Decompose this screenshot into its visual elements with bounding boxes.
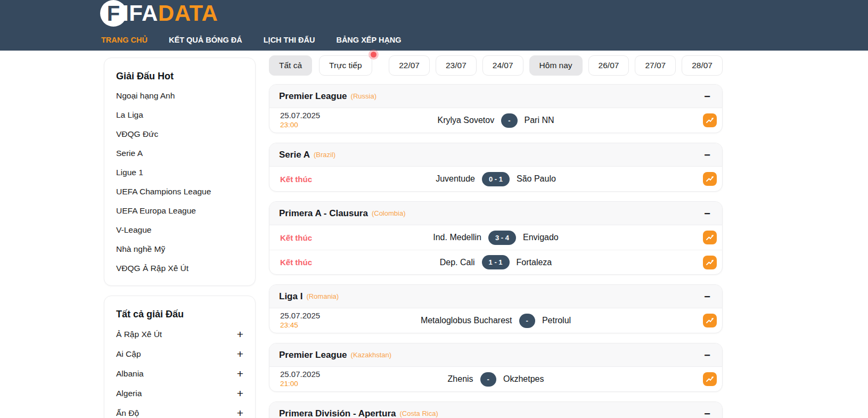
score-pill: 0 - 1: [482, 172, 510, 186]
match-teams: Metaloglobus Bucharest - Petrolul: [421, 314, 571, 328]
match-row[interactable]: 25.07.2025 23:00 Krylya Sovetov - Pari N…: [269, 108, 722, 133]
collapse-button[interactable]: −: [702, 90, 713, 103]
nav-item-schedule[interactable]: LỊCH THI ĐẤU: [264, 36, 315, 44]
date-button-24-07[interactable]: 24/07: [482, 55, 523, 76]
league-group-header: Primera A - Clausura (Colombia) −: [269, 202, 722, 225]
league-name: Primera A - Clausura: [279, 208, 368, 219]
match-date: 25.07.2025: [280, 311, 320, 321]
sidebar-country-india[interactable]: Ấn Độ +: [116, 403, 243, 418]
match-stats-button[interactable]: [703, 231, 717, 244]
sidebar-item-serie-a[interactable]: Serie A: [116, 144, 243, 163]
expand-icon[interactable]: +: [237, 348, 243, 359]
match-row[interactable]: Kết thúc Ind. Medellin 3 - 4 Envigado: [269, 225, 722, 250]
score-pill: -: [519, 314, 535, 328]
score-pill: 3 - 4: [488, 231, 516, 245]
sidebar-country-saudi-arabia[interactable]: Ả Rập Xê Út +: [116, 324, 243, 344]
sidebar-country-albania[interactable]: Albania +: [116, 364, 243, 383]
match-status: Kết thúc: [280, 233, 312, 242]
collapse-button[interactable]: −: [702, 407, 713, 418]
match-stats-button[interactable]: [703, 314, 717, 327]
match-stats-button[interactable]: [703, 113, 717, 127]
sidebar-item-mls[interactable]: Nhà nghề Mỹ: [116, 240, 243, 259]
view-filters: Tất cả Trực tiếp: [269, 55, 372, 76]
expand-icon[interactable]: +: [237, 388, 243, 399]
filter-live-button[interactable]: Trực tiếp: [319, 55, 372, 76]
nav-item-results[interactable]: KẾT QUẢ BÓNG ĐÁ: [169, 36, 242, 44]
filter-live-label: Trực tiếp: [329, 61, 362, 70]
collapse-button[interactable]: −: [702, 349, 713, 362]
logo-circle-letter: F: [107, 3, 120, 24]
fifadata-page: F IFA DATA TRANG CHỦ KẾT QUẢ BÓNG ĐÁ LỊC…: [0, 0, 868, 418]
hot-leagues-card: Giải Đấu Hot Ngoại hạng Anh La Liga VĐQG…: [104, 58, 256, 286]
hot-leagues-title: Giải Đấu Hot: [116, 71, 243, 82]
away-team: São Paulo: [517, 174, 556, 184]
league-name: Premier League: [279, 350, 347, 360]
home-team: Metaloglobus Bucharest: [421, 316, 512, 325]
match-row[interactable]: Kết thúc Juventude 0 - 1 São Paulo: [269, 167, 722, 191]
country-label: Ả Rập Xê Út: [116, 330, 162, 339]
match-time: 21:00: [280, 380, 320, 389]
chart-icon: [706, 316, 714, 325]
match-date: 25.07.2025: [280, 370, 320, 380]
match-row[interactable]: 25.07.2025 21:00 Zhenis - Okzhetpes: [269, 367, 722, 391]
match-teams: Juventude 0 - 1 São Paulo: [436, 172, 556, 186]
sidebar-item-bundesliga[interactable]: VĐQG Đức: [116, 125, 243, 144]
sidebar-country-algeria[interactable]: Algeria +: [116, 383, 243, 403]
match-time: 23:45: [280, 321, 320, 330]
score-pill: -: [501, 113, 517, 128]
date-button-27-07[interactable]: 27/07: [635, 55, 676, 76]
match-teams: Zhenis - Okzhetpes: [448, 372, 544, 387]
sidebar-item-ligue-1[interactable]: Ligue 1: [116, 163, 243, 182]
home-team: Krylya Sovetov: [437, 116, 494, 125]
league-group-serie-a-brazil: Serie A (Brazil) − Kết thúc Juventude 0 …: [269, 143, 723, 192]
match-row[interactable]: Kết thúc Dep. Cali 1 - 1 Fortaleza: [269, 250, 722, 274]
expand-icon[interactable]: +: [237, 407, 243, 418]
country-label: Ấn Độ: [116, 408, 139, 418]
match-status: Kết thúc: [280, 175, 312, 184]
away-team: Okzhetpes: [503, 374, 544, 384]
date-button-22-07[interactable]: 22/07: [389, 55, 430, 76]
match-status: Kết thúc: [280, 258, 312, 267]
league-group-liga-i-romania: Liga I (Romania) − 25.07.2025 23:45 Meta…: [269, 284, 723, 333]
league-country: (Costa Rica): [400, 409, 438, 417]
sidebar-item-la-liga[interactable]: La Liga: [116, 105, 243, 125]
date-button-23-07[interactable]: 23/07: [436, 55, 477, 76]
sidebar-item-saudi-league[interactable]: VĐQG Ả Rập Xê Út: [116, 259, 243, 278]
league-country: (Colombia): [372, 209, 406, 217]
match-row[interactable]: 25.07.2025 23:45 Metaloglobus Bucharest …: [269, 308, 722, 333]
sidebar-item-premier-league[interactable]: Ngoại hạng Anh: [116, 86, 243, 105]
home-team: Juventude: [436, 174, 475, 184]
content-area: Giải Đấu Hot Ngoại hạng Anh La Liga VĐQG…: [0, 51, 868, 418]
collapse-button[interactable]: −: [702, 149, 713, 161]
match-datetime: 25.07.2025 21:00: [280, 370, 320, 389]
match-stats-button[interactable]: [703, 172, 717, 186]
collapse-icon: −: [704, 349, 710, 361]
collapse-button[interactable]: −: [702, 290, 713, 303]
expand-icon[interactable]: +: [237, 329, 243, 340]
match-stats-button[interactable]: [703, 372, 717, 386]
score-pill: -: [480, 372, 496, 387]
date-button-26-07[interactable]: 26/07: [588, 55, 629, 76]
away-team: Pari NN: [525, 116, 554, 125]
sidebar-item-ucl[interactable]: UEFA Champions League: [116, 182, 243, 201]
collapse-button[interactable]: −: [702, 207, 713, 220]
nav-item-standings[interactable]: BẢNG XẾP HẠNG: [336, 36, 401, 44]
filter-all-button[interactable]: Tất cả: [269, 55, 312, 76]
league-country: (Brazil): [314, 151, 335, 159]
collapse-icon: −: [704, 91, 710, 102]
collapse-icon: −: [704, 208, 710, 219]
sidebar-item-uel[interactable]: UEFA Europa League: [116, 201, 243, 220]
logo[interactable]: F IFA DATA: [100, 0, 218, 27]
sidebar-item-v-league[interactable]: V-League: [116, 220, 243, 240]
sidebar-country-egypt[interactable]: Ai Cập +: [116, 344, 243, 364]
expand-icon[interactable]: +: [237, 368, 243, 379]
league-name: Serie A: [279, 150, 310, 160]
chart-icon: [706, 116, 714, 125]
league-group-primera-a-colombia: Primera A - Clausura (Colombia) − Kết th…: [269, 201, 723, 275]
nav-item-home[interactable]: TRANG CHỦ: [101, 36, 148, 44]
date-button-28-07[interactable]: 28/07: [682, 55, 723, 76]
league-group-premier-league-russia: Premier League (Russia) − 25.07.2025 23:…: [269, 84, 723, 133]
match-datetime: 25.07.2025 23:45: [280, 311, 320, 330]
match-stats-button[interactable]: [703, 256, 717, 269]
date-button-today[interactable]: Hôm nay: [529, 55, 583, 76]
